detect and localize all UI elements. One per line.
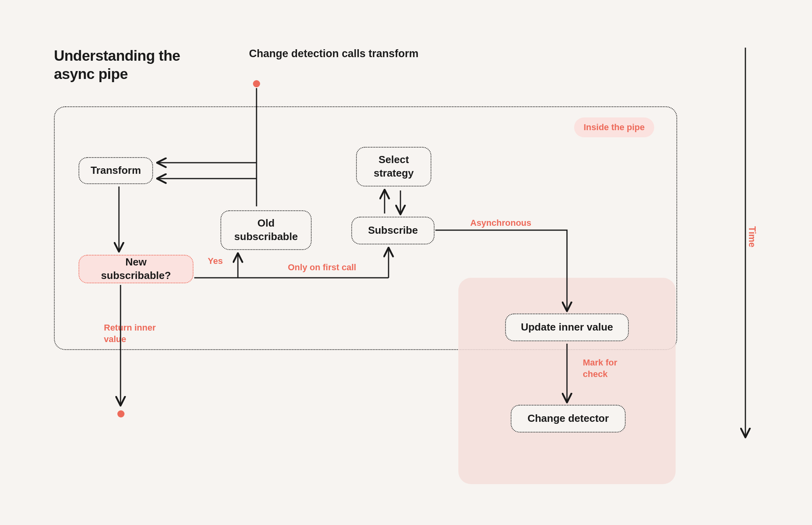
end-dot-icon	[117, 410, 124, 417]
node-old-subscribable: Old subscribable	[220, 210, 312, 250]
node-transform: Transform	[79, 157, 153, 184]
ann-asynchronous: Asynchronous	[470, 217, 531, 229]
start-label: Change detection calls transform	[249, 47, 419, 61]
node-change-detector: Change detector	[511, 405, 626, 433]
async-region	[458, 278, 676, 484]
ann-yes: Yes	[208, 256, 223, 267]
node-select-strategy: Select strategy	[356, 147, 431, 187]
start-dot-icon	[253, 80, 260, 87]
node-update-inner-value: Update inner value	[505, 313, 629, 341]
node-subscribe: Subscribe	[351, 217, 435, 244]
ann-only-first: Only on first call	[288, 262, 356, 273]
diagram-canvas: Understanding the async pipe Change dete…	[0, 0, 812, 525]
diagram-title: Understanding the async pipe	[54, 47, 213, 84]
ann-return-inner: Return inner value	[104, 322, 175, 345]
inside-pipe-badge: Inside the pipe	[574, 117, 654, 137]
time-axis-label: Time	[747, 226, 757, 247]
node-new-subscribable: New subscribable?	[79, 255, 193, 283]
ann-mark-for-check: Mark for check	[583, 357, 630, 380]
